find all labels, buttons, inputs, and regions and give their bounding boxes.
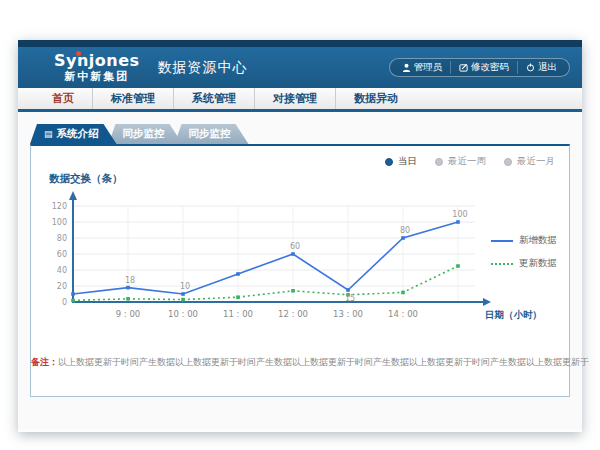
filter-label: 最近一周 (448, 155, 486, 168)
legend-item-update-data[interactable]: 更新数据 (491, 257, 557, 270)
admin-user-button[interactable]: 管理员 (394, 61, 451, 74)
svg-text:60: 60 (290, 242, 300, 251)
tab-label: 同步监控 (189, 127, 231, 141)
logout-button[interactable]: 退出 (517, 61, 565, 74)
header: Synjones 新中新集团 数据资源中心 管理员 修改密码 退出 (18, 47, 582, 88)
svg-text:120: 120 (52, 202, 67, 211)
svg-text:10: 10 (180, 282, 190, 291)
logout-label: 退出 (538, 61, 557, 74)
brand-logo: Synjones 新中新集团 (54, 53, 140, 82)
svg-text:13 : 00: 13 : 00 (333, 309, 363, 319)
logo-text: Synjones (54, 53, 140, 69)
filter-label: 当日 (398, 155, 417, 168)
svg-text:9 : 00: 9 : 00 (116, 309, 141, 319)
svg-text:18: 18 (125, 276, 135, 285)
tab-sync-monitor-1[interactable]: 同步监控 (109, 124, 183, 144)
page-title: 数据资源中心 (158, 59, 248, 77)
legend-label: 新增数据 (519, 234, 557, 247)
tabs-row: ▤ 系统介绍 同步监控 同步监控 (30, 124, 249, 144)
logo-accent-dot (76, 51, 81, 56)
svg-text:10 : 00: 10 : 00 (168, 309, 198, 319)
radio-dot-icon (435, 158, 443, 166)
dotted-line-swatch-icon (491, 263, 513, 265)
main-nav: 首页 标准管理 系统管理 对接管理 数据异动 (18, 88, 582, 112)
filter-today[interactable]: 当日 (385, 155, 417, 168)
document-icon: ▤ (44, 129, 53, 139)
user-label: 管理员 (414, 61, 443, 74)
logout-icon (526, 63, 535, 72)
nav-item-standard-mgmt[interactable]: 标准管理 (92, 88, 173, 109)
legend-label: 更新数据 (519, 257, 557, 270)
chart-panel: 当日 最近一周 最近一月 数据交换（条） 0204060801001201810… (30, 144, 570, 397)
tab-sync-monitor-2[interactable]: 同步监控 (175, 124, 249, 144)
footnote: 备注：以上数据更新于时间产生数据以上数据更新于时间产生数据以上数据更新于时间产生… (31, 356, 569, 369)
legend-item-new-data[interactable]: 新增数据 (491, 234, 557, 247)
time-range-filter: 当日 最近一周 最近一月 (385, 155, 555, 168)
edit-icon (459, 63, 468, 72)
filter-last-week[interactable]: 最近一周 (435, 155, 486, 168)
svg-text:12 : 00: 12 : 00 (278, 309, 308, 319)
nav-item-home[interactable]: 首页 (34, 88, 92, 109)
svg-text:15: 15 (345, 294, 355, 303)
logo-subtitle: 新中新集团 (54, 71, 140, 82)
line-swatch-icon (491, 240, 513, 242)
nav-item-interface-mgmt[interactable]: 对接管理 (254, 88, 335, 109)
footnote-text: 以上数据更新于时间产生数据以上数据更新于时间产生数据以上数据更新于时间产生数据以… (58, 357, 589, 367)
change-password-label: 修改密码 (471, 61, 509, 74)
svg-text:20: 20 (57, 282, 67, 291)
svg-text:80: 80 (400, 226, 410, 235)
filter-last-month[interactable]: 最近一月 (504, 155, 555, 168)
line-chart: 02040608010012018106015801009 : 0010 : 0… (39, 190, 559, 326)
change-password-button[interactable]: 修改密码 (450, 61, 517, 74)
filter-label: 最近一月 (517, 155, 555, 168)
svg-text:80: 80 (57, 234, 67, 243)
tab-system-intro[interactable]: ▤ 系统介绍 (30, 124, 117, 144)
svg-text:100: 100 (52, 218, 67, 227)
svg-text:0: 0 (62, 298, 67, 307)
svg-text:14 : 00: 14 : 00 (388, 309, 418, 319)
footnote-label: 备注： (31, 357, 58, 367)
content-area: ▤ 系统介绍 同步监控 同步监控 当日 最近一周 (18, 112, 582, 429)
radio-dot-icon (504, 158, 512, 166)
tab-label: 系统介绍 (57, 127, 99, 141)
svg-text:40: 40 (57, 266, 67, 275)
user-icon (402, 63, 411, 72)
svg-text:日期（小时）: 日期（小时） (485, 309, 542, 321)
radio-dot-icon (385, 158, 393, 166)
nav-item-data-change[interactable]: 数据异动 (335, 88, 416, 109)
chart-legend: 新增数据 更新数据 (491, 234, 557, 270)
user-toolbar: 管理员 修改密码 退出 (389, 58, 571, 77)
svg-text:11 : 00: 11 : 00 (223, 309, 253, 319)
tab-label: 同步监控 (123, 127, 165, 141)
page-card: Synjones 新中新集团 数据资源中心 管理员 修改密码 退出 首页 标准管… (18, 40, 582, 432)
svg-text:100: 100 (452, 210, 467, 219)
y-axis-title: 数据交换（条） (49, 172, 123, 186)
top-strip (18, 40, 582, 47)
nav-item-system-mgmt[interactable]: 系统管理 (173, 88, 254, 109)
svg-text:60: 60 (57, 250, 67, 259)
